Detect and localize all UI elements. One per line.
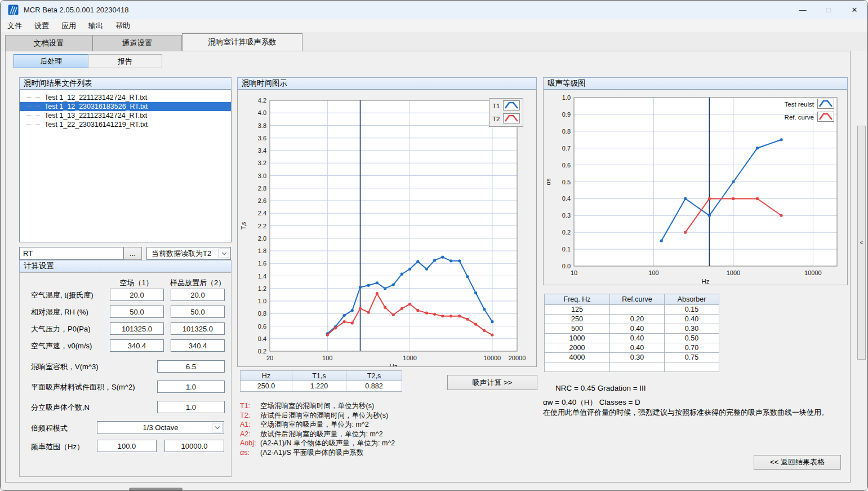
svg-text:3.0: 3.0 (258, 172, 266, 179)
calc-single-label: 混响室容积，V(m^3) (31, 362, 99, 372)
menu-item[interactable]: 帮助 (109, 19, 136, 32)
minimize-button[interactable]: — (790, 1, 816, 19)
calc-single-input[interactable]: 6.5 (157, 360, 225, 373)
nrc-text: NRC = 0.45 Gradation = III (555, 384, 646, 392)
rt-name-input[interactable]: RT (19, 247, 123, 260)
subtab-report[interactable]: 报告 (88, 54, 162, 68)
freq-max-input[interactable]: 10000.0 (164, 440, 224, 452)
collapse-panel-button[interactable]: < (857, 126, 866, 360)
file-list-item[interactable]: Test 1_12_221123142724_RT.txt (20, 93, 231, 102)
chevron-down-icon[interactable] (212, 423, 222, 432)
maximize-button[interactable]: □ (816, 1, 842, 19)
table-cell: 0.30 (665, 324, 719, 334)
menu-bar: 文件 设置 应用 输出 帮助 (1, 19, 867, 32)
octave-mode-select[interactable]: 1/3 Octave (97, 421, 224, 434)
calc-single-row: 混响室容积，V(m^3) 6.5 (20, 360, 231, 381)
note-key: A2: (240, 430, 258, 439)
table-row: 4000 0.30 0.75 (545, 353, 719, 362)
absorption-calc-button[interactable]: 吸声计算 >> (447, 375, 537, 390)
calc-single-label: 平面吸声材料试件面积，S(m^2) (31, 382, 135, 392)
app-window: MCR Beta 2.05.0.001 20230418 — □ ✕ 文件 设置… (0, 0, 868, 491)
table-row: 500 0.40 0.30 (545, 324, 719, 334)
svg-text:0.6: 0.6 (258, 323, 266, 330)
table-header-row: Freq. Hz Ref.curve Absorber (545, 294, 719, 305)
tab-strip: 文档设置 通道设置 混响室计算吸声系数 (1, 32, 867, 51)
chevron-down-icon[interactable] (219, 249, 229, 258)
legend-label: Ref. curve (785, 114, 814, 121)
calc-field-row: 相对湿度, RH (%) 50.0 50.0 (20, 306, 231, 322)
svg-text:0.3: 0.3 (562, 212, 571, 219)
table-cell: 1.220 (292, 381, 346, 392)
svg-text:1.6: 1.6 (258, 260, 266, 267)
subtab-postprocess[interactable]: 后处理 (14, 54, 88, 68)
octave-mode-value: 1/3 Octave (143, 423, 179, 432)
note-key: αs: (240, 448, 258, 458)
file-list-item[interactable]: Test 1_13_221123142724_RT.txt (20, 111, 231, 120)
calc-field-input-1[interactable]: 20.0 (110, 289, 164, 301)
menu-item[interactable]: 输出 (82, 19, 109, 32)
calc-field-input-2[interactable]: 101325.0 (171, 322, 225, 335)
calc-field-input-1[interactable]: 101325.0 (110, 322, 164, 335)
calc-single-input[interactable]: 1.0 (157, 381, 225, 393)
table-cell: 0.75 (665, 353, 719, 362)
file-list-panel-header: 混时间结果文件列表 (19, 77, 232, 90)
menu-item[interactable]: 设置 (28, 19, 55, 32)
calc-single-row: 分立吸声体个数,N 1.0 (20, 401, 231, 421)
svg-text:αs: αs (545, 178, 551, 185)
table-row: 1000 0.40 0.50 (545, 334, 719, 343)
svg-text:3.8: 3.8 (258, 122, 266, 129)
menu-item[interactable]: 文件 (1, 19, 28, 32)
note-key: A1: (240, 420, 258, 430)
chart-legend: T1T2 (489, 98, 523, 127)
calc-single-input[interactable]: 1.0 (157, 401, 225, 413)
calc-field-label: 大气压力，P0(Pa) (31, 324, 90, 334)
note-row: T1: 空场混响室的混响时间，单位为秒(s) (240, 401, 395, 411)
close-button[interactable]: ✕ (842, 1, 867, 19)
svg-text:2.8: 2.8 (258, 185, 266, 192)
svg-text:0.4: 0.4 (562, 195, 571, 202)
calc-field-input-2[interactable]: 20.0 (171, 289, 225, 301)
legend-curve-icon (503, 113, 520, 125)
table-cell: 0.70 (665, 343, 719, 353)
svg-text:0.2: 0.2 (562, 229, 571, 236)
legend-curve-icon (817, 99, 834, 110)
file-name: Test 1_12_221123142724_RT.txt (44, 94, 147, 101)
legend-label: T2 (492, 116, 500, 122)
menu-item[interactable]: 应用 (55, 19, 82, 32)
calc-field-input-2[interactable]: 340.4 (171, 339, 225, 352)
app-logo-icon (8, 5, 19, 15)
file-list[interactable]: Test 1_12_221123142724_RT.txt Test 1_12_… (19, 90, 232, 242)
back-to-results-button[interactable]: << 返回结果表格 (754, 455, 841, 470)
column-header: T1,s (292, 371, 346, 381)
tab-channel-settings[interactable]: 通道设置 (92, 35, 182, 51)
note-row: A2: 放试件后混响室的吸声量，单位为: m^2 (240, 430, 395, 439)
calc-field-input-1[interactable]: 340.4 (110, 339, 164, 352)
column-header: T2,s (346, 371, 402, 381)
note-row: T2: 放试件后混响室的混响时间，单位为秒(s) (240, 411, 395, 421)
tab-reverb-absorption[interactable]: 混响室计算吸声系数 (182, 33, 302, 51)
calc-settings-group: 空场（1） 样品放置后（2） 空气温度, t(摄氏度) 20.0 20.0 相对… (19, 272, 232, 477)
calc-field-input-2[interactable]: 50.0 (171, 306, 225, 318)
file-list-item[interactable]: Test 1_22_230316141219_RT.txt (20, 120, 231, 129)
octave-mode-label: 倍频程模式 (31, 423, 68, 434)
table-cell (610, 305, 665, 315)
table-cell: 4000 (545, 353, 610, 362)
data-read-mode-select[interactable]: 当前数据读取为T2 (146, 247, 231, 260)
svg-text:3.2: 3.2 (258, 160, 266, 166)
calc-field-input-1[interactable]: 50.0 (110, 306, 164, 318)
file-list-item[interactable]: Test 1_12_230316183526_RT.txt (20, 102, 231, 111)
rt-result-table: Hz T1,s T2,s 250.0 1.220 0.882 (240, 370, 402, 392)
chart-legend: Test reulstRef. curve (729, 99, 834, 123)
data-read-mode-value: 当前数据读取为T2 (152, 249, 211, 259)
calc-single-row: 平面吸声材料试件面积，S(m^2) 1.0 (20, 381, 231, 401)
svg-text:1.4: 1.4 (258, 273, 266, 280)
aw-text: αw = 0.40（H） Classes = D (543, 397, 640, 408)
rt-chart: 0.20.40.60.81.01.21.41.61.82.02.22.42.62… (237, 90, 537, 367)
advice-text: 在使用此单值评价量的时候，强烈建议与按照标准获得的完整的吸声系数曲线一块使用。 (543, 408, 829, 418)
note-text: (A2-A1)/S 平面吸声体的吸声系数 (260, 448, 363, 458)
file-name: Test 1_13_221123142724_RT.txt (44, 112, 147, 120)
calc-field-row: 空气温度, t(摄氏度) 20.0 20.0 (20, 289, 231, 306)
freq-min-input[interactable]: 100.0 (97, 440, 157, 452)
browse-button[interactable]: ... (123, 247, 142, 260)
tab-document-settings[interactable]: 文档设置 (5, 35, 92, 51)
